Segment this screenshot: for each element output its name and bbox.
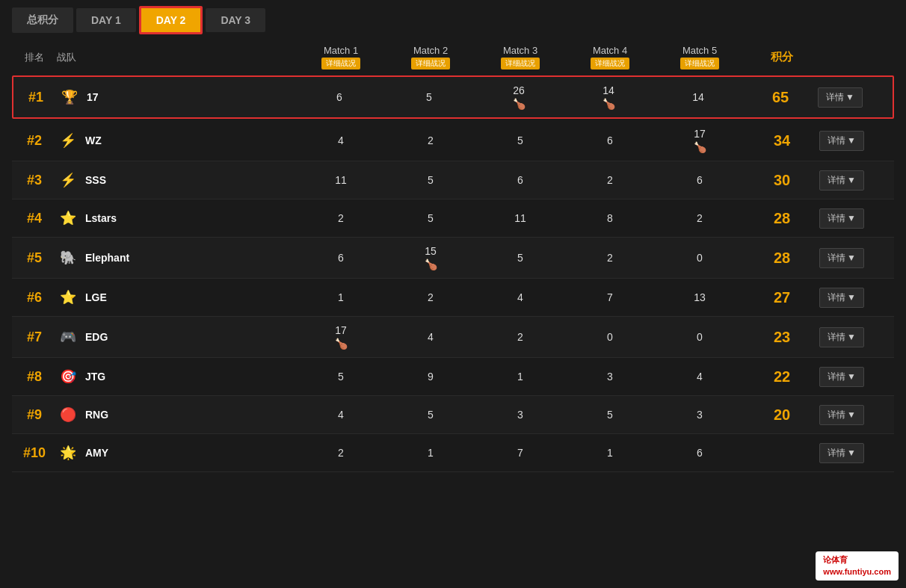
score-m4-1: 14 🍗 — [564, 84, 653, 110]
score-m2-6: 2 — [386, 291, 475, 303]
team-logo-6: ⭐ — [57, 286, 79, 309]
detail-action-8: 详情 ▼ — [819, 367, 894, 387]
detail-btn-10[interactable]: 详情 ▼ — [819, 443, 864, 463]
rank-4: #4 — [12, 211, 57, 226]
team-info-9: 🔴 RNG — [57, 403, 161, 426]
score-m1-4: 2 — [296, 212, 386, 224]
header-match1: Match 1 详细战况 — [296, 45, 386, 69]
score-m5-10: 6 — [655, 447, 745, 459]
nav-day2-button[interactable]: DAY 2 — [139, 6, 203, 34]
score-m3-2: 5 — [475, 134, 565, 146]
score-m1-1: 6 — [295, 91, 384, 103]
score-m1-6: 1 — [296, 291, 386, 303]
rank-9: #9 — [12, 407, 57, 423]
logo-line2: www.funtiyu.com — [823, 566, 891, 578]
score-m3-4: 11 — [475, 212, 565, 224]
detail-btn-4[interactable]: 详情 ▼ — [819, 208, 864, 229]
table-header: 排名 战队 Match 1 详细战况 Match 2 详细战况 Match 3 … — [12, 40, 894, 74]
score-m4-7: 0 — [565, 331, 655, 343]
score-m2-8: 9 — [386, 371, 475, 383]
team-info-1: 🏆 17 — [58, 86, 163, 108]
team-name-1: 17 — [87, 91, 99, 103]
score-m5-8: 4 — [655, 371, 745, 383]
total-8: 22 — [745, 368, 819, 386]
total-5: 28 — [745, 250, 819, 267]
detail-btn-7[interactable]: 详情 ▼ — [819, 327, 864, 347]
nav-total-button[interactable]: 总积分 — [12, 7, 73, 33]
detail-action-6: 详情 ▼ — [819, 288, 894, 308]
score-m1-2: 4 — [296, 134, 386, 146]
score-m1-5: 6 — [296, 252, 386, 264]
rank-5: #5 — [12, 250, 57, 266]
detail-btn-8[interactable]: 详情 ▼ — [819, 367, 864, 387]
rank-1: #1 — [13, 90, 58, 105]
team-logo-4: ⭐ — [57, 207, 79, 229]
table-row: #3 ⚡ SSS 11 5 6 2 6 30 详情 ▼ — [12, 161, 894, 199]
detail-action-9: 详情 ▼ — [819, 405, 894, 425]
team-info-8: 🎯 JTG — [57, 365, 161, 388]
team-info-3: ⚡ SSS — [57, 169, 161, 191]
score-m3-5: 5 — [475, 252, 565, 264]
score-m5-7: 0 — [655, 331, 745, 343]
team-name-10: AMY — [85, 447, 108, 459]
header-rank: 排名 — [12, 51, 57, 64]
header-match5: Match 5 详细战况 — [655, 45, 745, 69]
score-m4-4: 8 — [565, 212, 655, 224]
detail-action-7: 详情 ▼ — [819, 327, 894, 347]
detail-btn-5[interactable]: 详情 ▼ — [819, 248, 864, 268]
scores-table-container: 排名 战队 Match 1 详细战况 Match 2 详细战况 Match 3 … — [0, 40, 906, 472]
team-info-2: ⚡ WZ — [57, 129, 161, 152]
rank-6: #6 — [12, 290, 57, 306]
team-name-3: SSS — [85, 174, 106, 186]
score-m1-9: 4 — [296, 409, 386, 421]
table-row: #2 ⚡ WZ 4 2 5 6 17 🍗 34 详情 ▼ — [12, 120, 894, 161]
rank-8: #8 — [12, 369, 57, 385]
team-name-2: WZ — [85, 134, 102, 146]
team-logo-10: 🌟 — [57, 442, 79, 464]
rank-7: #7 — [12, 329, 57, 345]
score-m4-3: 2 — [565, 174, 655, 186]
team-logo-3: ⚡ — [57, 169, 79, 191]
total-4: 28 — [745, 210, 819, 227]
nav-day1-button[interactable]: DAY 1 — [76, 8, 136, 32]
detail-btn-3[interactable]: 详情 ▼ — [819, 170, 864, 191]
detail-btn-1[interactable]: 详情 ▼ — [818, 87, 863, 108]
score-m1-8: 5 — [296, 371, 386, 383]
total-6: 27 — [745, 289, 819, 306]
team-name-6: LGE — [85, 291, 107, 303]
score-m1-3: 11 — [296, 174, 386, 186]
score-m2-4: 5 — [386, 212, 475, 224]
table-row: #10 🌟 AMY 2 1 7 1 6 详情 ▼ — [12, 434, 894, 472]
table-row: #9 🔴 RNG 4 5 3 5 3 20 详情 ▼ — [12, 396, 894, 434]
detail-btn-9[interactable]: 详情 ▼ — [819, 405, 864, 425]
team-logo-2: ⚡ — [57, 129, 79, 152]
score-m5-1: 14 — [653, 91, 743, 103]
score-m2-7: 4 — [386, 331, 475, 343]
rank-2: #2 — [12, 133, 57, 149]
score-m4-6: 7 — [565, 291, 655, 303]
score-m2-10: 1 — [386, 447, 475, 459]
score-m3-10: 7 — [475, 447, 565, 459]
chicken-m5-2: 🍗 — [694, 141, 706, 153]
total-7: 23 — [745, 329, 819, 346]
table-row: #1 🏆 17 6 5 26 🍗 14 🍗 14 65 详情 ▼ — [12, 75, 894, 119]
table-row: #8 🎯 JTG 5 9 1 3 4 22 详情 ▼ — [12, 358, 894, 396]
team-name-4: Lstars — [85, 212, 117, 224]
score-m2-5: 15 🍗 — [386, 245, 475, 270]
chicken-m4-1: 🍗 — [603, 98, 615, 110]
score-m5-2: 17 🍗 — [655, 128, 745, 153]
detail-btn-2[interactable]: 详情 ▼ — [819, 131, 864, 151]
score-m3-8: 1 — [475, 371, 565, 383]
chicken-m2-5: 🍗 — [425, 259, 437, 270]
nav-day3-button[interactable]: DAY 3 — [206, 8, 265, 32]
bottom-logo: 论体育 www.funtiyu.com — [816, 551, 899, 581]
team-logo-7: 🎮 — [57, 326, 79, 348]
score-m5-5: 0 — [655, 252, 745, 264]
team-info-6: ⭐ LGE — [57, 286, 161, 309]
header-team: 战队 — [57, 51, 161, 64]
detail-btn-6[interactable]: 详情 ▼ — [819, 288, 864, 308]
score-m4-9: 5 — [565, 409, 655, 421]
team-logo-8: 🎯 — [57, 365, 79, 388]
team-name-8: JTG — [85, 371, 105, 383]
score-m1-7: 17 🍗 — [296, 324, 386, 350]
